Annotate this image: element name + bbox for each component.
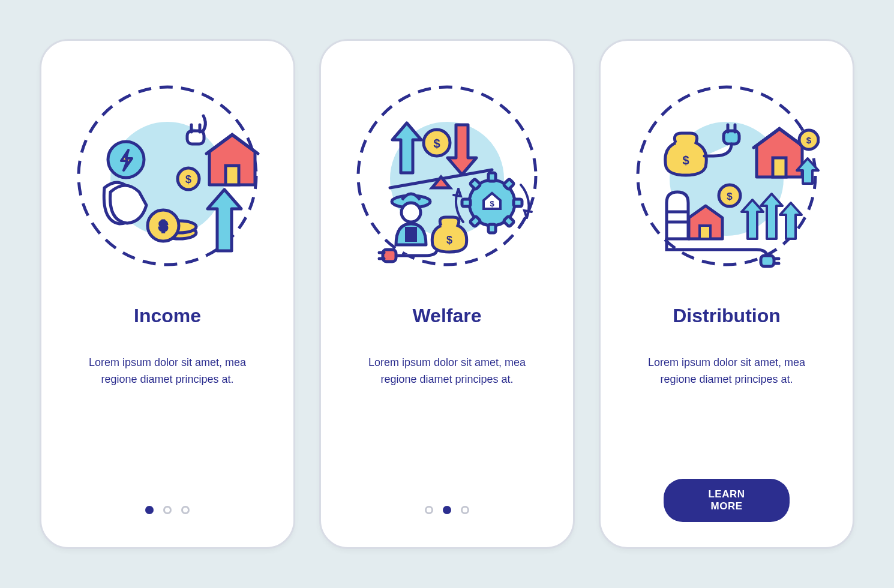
illustration-income: $ $ [74, 83, 260, 269]
dot-3[interactable] [181, 506, 190, 514]
svg-rect-20 [405, 227, 417, 242]
svg-rect-41 [773, 158, 786, 177]
svg-text:$: $ [727, 191, 733, 202]
svg-rect-49 [761, 256, 774, 266]
dot-1[interactable] [145, 506, 154, 514]
screen-title: Welfare [412, 305, 481, 327]
svg-rect-30 [503, 179, 514, 190]
svg-text:$: $ [490, 199, 494, 208]
dot-2[interactable] [443, 506, 451, 514]
svg-text:$: $ [446, 234, 452, 246]
svg-rect-29 [514, 199, 522, 206]
svg-text:$: $ [185, 173, 191, 185]
svg-text:$: $ [682, 154, 689, 167]
svg-rect-5 [226, 166, 239, 185]
page-indicator [145, 506, 190, 514]
dollar-coin-icon: $ [719, 185, 740, 206]
phone-screen-distribution: $ $ [599, 39, 854, 549]
dot-3[interactable] [461, 506, 469, 514]
dollar-coin-icon: $ [799, 130, 818, 149]
phone-screen-welfare: $ $ [319, 39, 575, 549]
dollar-coin-icon: $ [424, 130, 450, 156]
svg-rect-26 [488, 173, 496, 181]
svg-rect-48 [700, 226, 710, 239]
up-arrow-icon [742, 194, 802, 239]
gear-house-icon: $ [462, 173, 522, 233]
silo-icon [667, 192, 688, 239]
screen-description: Lorem ipsum dolor sit amet, mea regione … [631, 355, 823, 388]
svg-point-19 [401, 203, 421, 222]
svg-rect-27 [488, 224, 496, 233]
screen-description: Lorem ipsum dolor sit amet, mea regione … [71, 355, 263, 388]
svg-rect-38 [724, 131, 739, 144]
page-indicator [425, 506, 469, 514]
onboarding-stage: $ $ Income Lorem ipsum dolor sit amet, m… [16, 3, 878, 585]
screen-title: Distribution [673, 305, 781, 327]
dollar-coin-icon: $ [178, 168, 199, 190]
learn-more-button[interactable]: LEARN MORE [664, 479, 790, 522]
svg-text:$: $ [433, 137, 440, 150]
screen-title: Income [134, 305, 201, 327]
dot-2[interactable] [163, 506, 172, 514]
illustration-distribution: $ $ [634, 83, 820, 269]
svg-rect-33 [503, 216, 514, 227]
bolt-coin-icon [108, 142, 144, 178]
svg-text:$: $ [806, 135, 812, 145]
dot-1[interactable] [425, 506, 433, 514]
svg-text:$: $ [160, 218, 167, 233]
screen-description: Lorem ipsum dolor sit amet, mea regione … [351, 355, 543, 388]
plug-icon [379, 250, 437, 262]
svg-rect-2 [187, 131, 204, 144]
svg-rect-28 [462, 199, 470, 206]
illustration-welfare: $ $ [354, 83, 540, 269]
plug-icon [187, 116, 205, 144]
phone-screen-income: $ $ Income Lorem ipsum dolor sit amet, m… [40, 39, 295, 549]
